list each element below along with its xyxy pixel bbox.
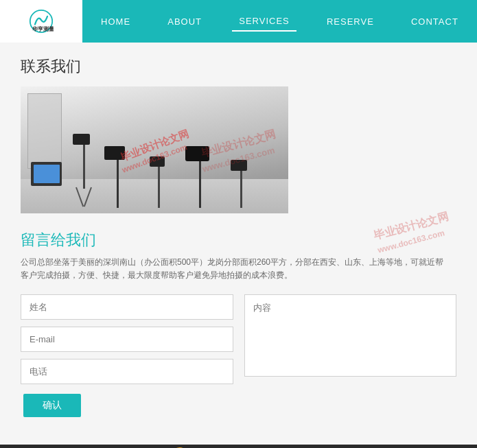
- nav-services[interactable]: SERVICES: [232, 12, 296, 32]
- message-section: 留言给我们 公司总部坐落于美丽的深圳南山（办公面积500平）龙岗分部面积260平…: [21, 230, 456, 417]
- nav-reserve[interactable]: RESERVE: [320, 12, 381, 31]
- logo: 华亨测量: [29, 9, 54, 34]
- main-content: 联系我们: [0, 43, 477, 445]
- nav-home[interactable]: HOME: [94, 12, 137, 31]
- logo-icon: 华亨测量: [29, 9, 54, 34]
- phone-input[interactable]: [21, 359, 233, 384]
- svg-text:华亨测量: 华亨测量: [32, 25, 54, 32]
- submit-row: 确认: [21, 394, 456, 417]
- contact-form: [21, 294, 456, 384]
- nav-contact[interactable]: CONTACT: [404, 12, 465, 31]
- form-right-column: [244, 294, 457, 384]
- site-header: 华亨测量 HOME ABOUT SERVICES RESERVE CONTACT: [0, 0, 477, 43]
- content-textarea[interactable]: [244, 294, 457, 377]
- email-input[interactable]: [21, 327, 233, 352]
- name-input[interactable]: [21, 294, 233, 320]
- submit-button[interactable]: 确认: [23, 394, 81, 417]
- description-text: 公司总部坐落于美丽的深圳南山（办公面积500平）龙岗分部面积260平方，分部在西…: [21, 256, 446, 282]
- studio-background: [21, 86, 288, 213]
- message-title: 留言给我们: [21, 230, 456, 250]
- logo-box: 华亨测量: [0, 0, 82, 43]
- nav-about[interactable]: ABOUT: [161, 12, 209, 31]
- main-nav: HOME ABOUT SERVICES RESERVE CONTACT: [82, 0, 477, 43]
- form-left-column: [21, 294, 233, 384]
- footer-bar: 毕 毕业设计论文网 www.56doc.com: [0, 445, 477, 448]
- contact-title: 联系我们: [21, 56, 456, 77]
- studio-photo: 毕业设计论文网 www.doc163.com: [21, 86, 288, 213]
